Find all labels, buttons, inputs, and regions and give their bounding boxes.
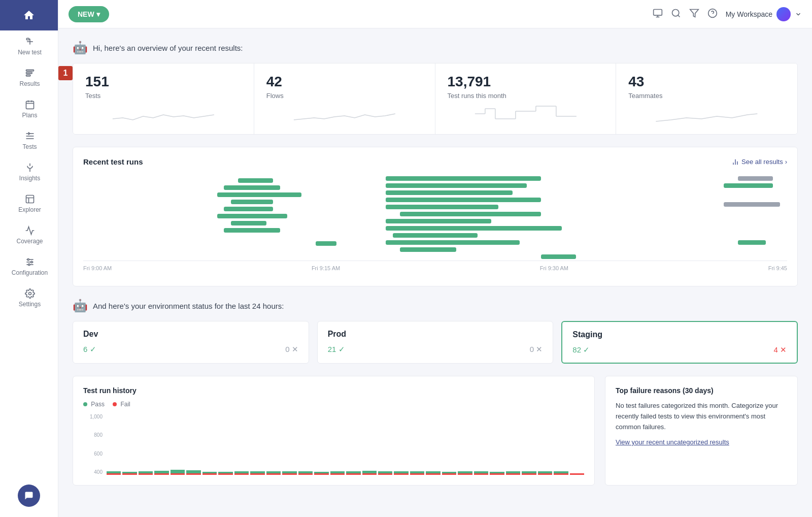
sidebar-item-plans[interactable]: Plans: [0, 93, 58, 125]
env-card-dev[interactable]: Dev 6 ✓ 0 ✕: [73, 321, 309, 364]
chevron-right-icon: ›: [785, 158, 787, 166]
bar-group: [234, 414, 249, 475]
sidebar-item-results[interactable]: Results: [0, 62, 58, 93]
gantt-bars: [83, 174, 787, 261]
step-indicator: 1: [58, 66, 73, 80]
bar-fail: [171, 473, 185, 475]
plans-icon: [25, 100, 35, 110]
legend-fail: Fail: [113, 401, 130, 408]
sidebar-label-results: Results: [19, 80, 40, 87]
help-icon[interactable]: [707, 8, 718, 20]
timeline-label-0: Fri 9:00 AM: [83, 265, 112, 271]
bar-fail: [314, 473, 328, 475]
stat-card-teammates[interactable]: 43 Teammates: [616, 63, 797, 134]
bar-fail: [426, 473, 440, 475]
env-name-staging: Staging: [572, 330, 787, 339]
workspace-avatar: [776, 7, 791, 21]
sidebar-item-new-test[interactable]: New test: [0, 30, 58, 62]
svg-line-27: [678, 15, 680, 17]
stat-card-tests[interactable]: 151 Tests: [73, 63, 254, 134]
failure-title: Top failure reasons (30 days): [616, 386, 787, 395]
bar-group: [139, 414, 153, 475]
bar-group: [442, 414, 456, 475]
timeline-label-1: Fri 9:15 AM: [312, 265, 340, 271]
sidebar-item-configuration[interactable]: Configuration: [0, 251, 58, 282]
see-all-label: See all results: [741, 158, 783, 166]
env-pass-prod: 21 ✓: [328, 345, 345, 354]
bar-fail: [122, 473, 137, 475]
env-stats-dev: 6 ✓ 0 ✕: [83, 345, 298, 354]
new-button[interactable]: NEW ▾: [69, 6, 109, 22]
sidebar-item-tests[interactable]: Tests: [0, 125, 58, 156]
sidebar-item-settings[interactable]: Settings: [0, 282, 58, 314]
bar-group: [538, 414, 552, 475]
bar-fail: [410, 473, 424, 475]
chat-button[interactable]: [18, 484, 40, 507]
sidebar-item-insights[interactable]: Insights: [0, 156, 58, 188]
failure-message: No test failures categorized this month.…: [616, 401, 787, 432]
sparkline-flows: [266, 104, 423, 124]
gantt-timeline: Fri 9:00 AM Fri 9:15 AM Fri 9:30 AM Fri …: [83, 261, 787, 271]
see-all-results-link[interactable]: See all results ›: [731, 158, 787, 166]
sidebar-label-plans: Plans: [22, 112, 37, 119]
bar-fail: [346, 473, 360, 475]
bar-fail: [266, 473, 281, 475]
sparkline-teammates: [628, 104, 785, 124]
robot-icon: 🤖: [73, 41, 88, 55]
bar-group: [458, 414, 472, 475]
bar-group: [490, 414, 504, 475]
sparkline-tests: [85, 104, 242, 124]
bar-fail: [538, 473, 552, 475]
stat-card-flows[interactable]: 42 Flows: [254, 63, 435, 134]
sidebar-item-explorer[interactable]: Explorer: [0, 188, 58, 219]
stat-label-flows: Flows: [266, 92, 423, 100]
bar-fail: [554, 473, 568, 475]
sidebar-item-home[interactable]: [0, 0, 58, 30]
env-card-prod[interactable]: Prod 21 ✓ 0 ✕: [317, 321, 554, 364]
env-pass-staging: 82 ✓: [572, 345, 590, 354]
stat-number-runs: 13,791: [448, 74, 604, 90]
bar-fail: [394, 473, 408, 475]
bar-fail: [522, 473, 536, 475]
bar-group: [362, 414, 377, 475]
topbar: NEW ▾: [58, 0, 812, 28]
failure-reasons-card: Top failure reasons (30 days) No test fa…: [605, 376, 798, 486]
bar-group: [107, 414, 121, 475]
bar-group: [202, 414, 217, 475]
stat-label-runs: Test runs this month: [448, 92, 604, 100]
chat-icon: [24, 491, 34, 501]
search-icon[interactable]: [671, 8, 681, 20]
bar-fail: [250, 473, 264, 475]
sidebar-label-new-test: New test: [18, 49, 42, 56]
home-icon: [23, 9, 35, 21]
sidebar-label-insights: Insights: [19, 175, 40, 182]
bar-fail: [442, 473, 456, 475]
robot-icon-2: 🤖: [73, 299, 88, 313]
bar-group: [171, 414, 185, 475]
svg-point-19: [27, 258, 29, 260]
failure-link[interactable]: View your recent uncategorized results: [616, 438, 787, 446]
sidebar-item-coverage[interactable]: Coverage: [0, 219, 58, 251]
results-icon: [25, 68, 35, 78]
bar-fail: [474, 473, 488, 475]
stat-card-runs[interactable]: 13,791 Test runs this month: [435, 63, 617, 134]
bar-fail: [378, 473, 392, 475]
stat-number-flows: 42: [266, 74, 423, 90]
sidebar-label-configuration: Configuration: [12, 269, 48, 276]
bar-group: [346, 414, 360, 475]
bar-fail: [107, 473, 121, 475]
env-card-staging[interactable]: Staging 82 ✓ 4 ✕: [561, 321, 798, 364]
sidebar-label-settings: Settings: [19, 301, 41, 308]
env-fail-prod: 0 ✕: [530, 345, 543, 354]
env-stats-staging: 82 ✓ 4 ✕: [572, 345, 787, 354]
stat-number-teammates: 43: [628, 74, 785, 90]
monitor-icon[interactable]: [653, 8, 663, 20]
filter-icon[interactable]: [689, 8, 699, 20]
workspace-dropdown[interactable]: My Workspace: [726, 7, 802, 21]
bar-group: [298, 414, 313, 475]
svg-marker-28: [690, 9, 698, 17]
bar-fail: [506, 473, 520, 475]
bar-group: [410, 414, 424, 475]
bar-group: [474, 414, 488, 475]
sparkline-runs: [448, 104, 604, 124]
